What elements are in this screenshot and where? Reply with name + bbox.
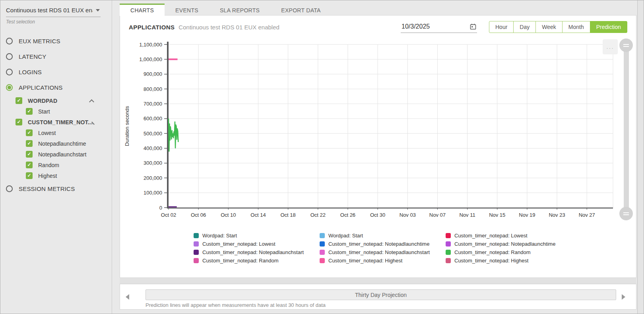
radio-selected-icon[interactable] [6,84,13,91]
radio-icon[interactable] [6,38,13,44]
svg-text:Oct 26: Oct 26 [340,212,355,218]
projection-prev-button[interactable] [123,292,131,302]
date-value: 10/3/2025 [402,23,430,30]
metric-nav: EUX METRICSLATENCYLOGINSAPPLICATIONSWORD… [6,33,106,196]
legend-item-custom-timer-notepad-lowest[interactable]: Custom_timer_notepad: Lowest [446,231,572,240]
legend-label: Wordpad: Start [202,233,237,239]
sidebar-item-label: Lowest [38,130,56,136]
legend-swatch [194,250,199,255]
legend-item-custom-timer-notepad-highest[interactable]: Custom_timer_notepad: Highest [320,256,446,265]
legend-item-custom-timer-notepad-notepadlaunchstart[interactable]: Custom_timer_notepad: Notepadlaunchstart [320,248,446,256]
radio-icon[interactable] [6,69,13,75]
svg-text:200,000: 200,000 [144,175,162,181]
chevron-up-icon[interactable] [89,99,94,104]
sidebar-item-applications[interactable]: APPLICATIONS [6,80,106,95]
sidebar-item-label: Notepadlaunchtime [38,141,86,147]
range-button-month[interactable]: Month [562,21,590,33]
sidebar-item-logins[interactable]: LOGINS [6,64,106,80]
svg-text:Nov 15: Nov 15 [489,212,505,218]
checkbox-checked-icon[interactable] [26,172,33,179]
date-input[interactable]: 10/3/2025 [401,21,477,33]
tab-charts[interactable]: CHARTS [120,4,165,16]
legend-label: Wordpad: Start [328,233,363,239]
test-selector-caption: Test selection [6,19,106,25]
sidebar-item-label: EUX METRICS [19,38,60,44]
panel-header: APPLICATIONS Continuous test RDS 01 EUX … [120,15,636,35]
legend-item-custom-timer-notepad-highest[interactable]: Custom_timer_notepad: Highest [446,256,572,265]
legend-item-wordpad-start[interactable]: Wordpad: Start [320,231,446,240]
sidebar-item-custom-timer-not[interactable]: CUSTOM_TIMER_NOT... [16,117,95,127]
range-button-hour[interactable]: Hour [489,21,514,33]
sidebar-item-label: APPLICATIONS [19,84,62,91]
checkbox-checked-icon[interactable] [26,140,33,147]
radio-icon[interactable] [6,185,13,192]
legend-swatch [446,258,451,263]
svg-text:Oct 06: Oct 06 [191,212,206,218]
legend-item-custom-timer-notepad-random[interactable]: Custom_timer_notepad: Random [194,256,320,265]
chart-series [169,59,178,207]
sidebar-item-label: Highest [38,173,57,179]
legend-item-custom-timer-notepad-random[interactable]: Custom_timer_notepad: Random [446,248,572,256]
chevron-down-icon [96,9,100,12]
range-button-day[interactable]: Day [513,21,536,33]
slider-handle-bottom[interactable] [619,207,633,220]
tab-sla-reports[interactable]: SLA REPORTS [209,4,270,16]
legend-item-custom-timer-notepad-notepadlaunchstart[interactable]: Custom_timer_notepad: Notepadlaunchstart [194,248,320,256]
svg-text:Nov 27: Nov 27 [579,212,595,218]
projection-panel: Thirty Day Projection Prediction lines w… [120,284,636,310]
checkbox-checked-icon[interactable] [26,151,33,158]
sidebar-item-notepadlaunchtime[interactable]: Notepadlaunchtime [26,138,106,149]
svg-text:Nov 03: Nov 03 [400,212,416,218]
projection-next-button[interactable] [619,292,627,302]
legend-swatch [194,241,199,247]
calendar-icon[interactable] [470,23,476,30]
projection-title-bar[interactable]: Thirty Day Projection [145,289,616,300]
sidebar-item-random[interactable]: Random [26,160,106,170]
svg-text:500,000: 500,000 [144,131,162,137]
sidebar-item-session-metrics[interactable]: SESSION METRICS [6,181,106,196]
test-selector-value: Continuous test RDS 01 EUX ena... [6,7,93,13]
svg-text:Oct 02: Oct 02 [161,212,176,218]
range-button-prediction[interactable]: Prediction [590,21,627,33]
svg-text:700,000: 700,000 [144,101,162,107]
radio-icon[interactable] [6,53,13,60]
sidebar-item-latency[interactable]: LATENCY [6,49,106,64]
sidebar-item-eux-metrics[interactable]: EUX METRICS [6,33,106,49]
legend-label: Custom_timer_notepad: Notepadlaunchtime [454,241,555,247]
series-custom-timer-notepad-random [169,119,178,151]
tab-export-data[interactable]: EXPORT DATA [270,4,332,16]
sidebar-item-wordpad[interactable]: WORDPAD [16,95,95,106]
legend-item-custom-timer-notepad-notepadlaunchtime[interactable]: Custom_timer_notepad: Notepadlaunchtime [320,240,446,248]
svg-text:0: 0 [159,205,162,211]
chart-legend: Wordpad: StartCustom_timer_notepad: Lowe… [194,231,636,265]
slider-handle-top[interactable] [619,39,633,52]
slider-track[interactable] [624,45,629,214]
checkbox-checked-icon[interactable] [26,108,33,115]
checkbox-checked-icon[interactable] [26,162,33,168]
scrollbar[interactable] [637,0,644,314]
checkbox-checked-icon[interactable] [16,119,22,125]
sidebar-item-highest[interactable]: Highest [26,170,106,181]
svg-text:300,000: 300,000 [144,160,162,166]
sidebar-item-notepadlaunchstart[interactable]: Notepadlaunchstart [26,149,106,160]
legend-label: Custom_timer_notepad: Random [454,249,531,255]
legend-item-wordpad-start[interactable]: Wordpad: Start [194,231,320,240]
checkbox-checked-icon[interactable] [16,97,22,104]
legend-label: Custom_timer_notepad: Notepadlaunchstart [328,249,430,255]
tab-events[interactable]: EVENTS [165,4,209,16]
chart-range-slider[interactable] [619,39,633,220]
svg-text:Nov 07: Nov 07 [429,212,446,218]
sidebar-item-start[interactable]: Start [26,106,106,117]
svg-text:400,000: 400,000 [144,145,162,151]
sidebar-item-lowest[interactable]: Lowest [26,127,106,138]
chart-menu-button[interactable]: ... [603,39,618,54]
checkbox-checked-icon[interactable] [26,129,33,136]
legend-swatch [446,233,451,238]
test-selector-dropdown[interactable]: Continuous test RDS 01 EUX ena... [6,5,101,17]
legend-label: Custom_timer_notepad: Lowest [202,241,275,247]
sidebar-item-label: Start [38,108,50,115]
range-button-week[interactable]: Week [535,21,563,33]
legend-item-custom-timer-notepad-lowest[interactable]: Custom_timer_notepad: Lowest [194,240,320,248]
legend-swatch [320,258,325,263]
legend-item-custom-timer-notepad-notepadlaunchtime[interactable]: Custom_timer_notepad: Notepadlaunchtime [446,240,572,248]
